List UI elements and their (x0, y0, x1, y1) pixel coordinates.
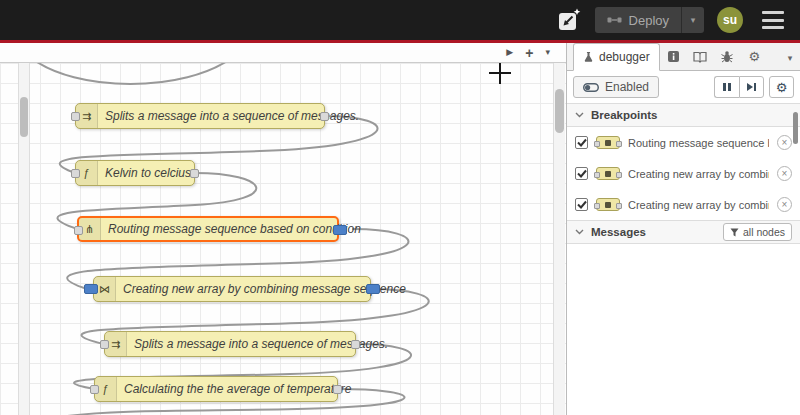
workspace: ▶ + ▾ ⇉ (0, 43, 566, 415)
debugger-toolbar: Enabled (567, 71, 800, 103)
breakpoint-row[interactable]: Creating new array by combini × (567, 158, 800, 189)
flow-tab-bar: ▶ + ▾ (0, 43, 566, 63)
gear-icon: ⚙ (776, 81, 788, 94)
messages-section-header[interactable]: Messages all nodes (567, 220, 800, 244)
tab-debugger[interactable]: debugger (573, 43, 660, 71)
toggle-icon (583, 83, 599, 92)
app-header: Deploy ▾ su (0, 0, 800, 40)
debugger-settings-button[interactable]: ⚙ (769, 76, 794, 98)
node-icon (596, 198, 620, 211)
enabled-toggle-button[interactable]: Enabled (573, 76, 659, 98)
menu-icon[interactable] (762, 11, 784, 29)
flow-node-join[interactable]: ⋈ Creating new array by combining messag… (93, 276, 371, 302)
breakpoint-label: Creating new array by combini (628, 168, 769, 180)
node-red-window: Deploy ▾ su ▶ + ▾ (0, 0, 800, 415)
sidebar-scrollbar-thumb[interactable] (793, 112, 798, 144)
gear-icon: ⚙ (748, 50, 760, 63)
tab-debugger-label: debugger (599, 50, 650, 64)
chevron-down-icon (575, 112, 584, 118)
output-port[interactable] (190, 169, 199, 178)
sidebar-tab-bar: debugger (567, 43, 800, 71)
messages-empty-area (567, 244, 800, 389)
chevron-down-icon (575, 229, 584, 235)
deploy-icon (607, 14, 622, 26)
add-flow-icon[interactable]: + (525, 46, 533, 60)
breakpoint-label: Creating new array by combini (628, 199, 769, 211)
flow-node-split-2[interactable]: ⇉ Splits a message into a sequence of me… (104, 331, 356, 357)
close-icon: × (782, 168, 788, 179)
avatar-initials: su (723, 13, 737, 27)
paused-output-port[interactable] (366, 284, 380, 294)
deploy-button[interactable]: Deploy ▾ (595, 7, 704, 33)
node-label: Creating new array by combining message … (123, 282, 406, 296)
sidebar: debugger (566, 43, 800, 415)
left-scrollbar-thumb[interactable] (20, 97, 28, 137)
paused-output-port[interactable] (333, 225, 347, 235)
pause-button[interactable] (714, 76, 739, 98)
breakpoint-checkbox[interactable] (575, 198, 588, 211)
breakpoint-label: Routing message sequence ba (628, 137, 769, 149)
deploy-main[interactable]: Deploy (595, 7, 681, 33)
node-label: Kelvin to celcius (105, 166, 191, 180)
node-icon (596, 167, 620, 180)
chevron-down-icon: ▾ (691, 15, 696, 25)
step-button[interactable] (739, 76, 764, 98)
close-icon: × (782, 199, 788, 210)
close-icon: × (782, 137, 788, 148)
info-icon (667, 50, 680, 63)
remove-breakpoint-button[interactable]: × (777, 135, 792, 150)
main-area: ▶ + ▾ ⇉ (0, 43, 800, 415)
breakpoints-title: Breakpoints (591, 109, 657, 121)
flow-node-kelvin[interactable]: ƒ Kelvin to celcius (75, 160, 195, 186)
node-label: Routing message sequence based on condit… (108, 222, 361, 236)
flow-list-icon[interactable]: ▾ (545, 48, 550, 57)
paused-input-port[interactable] (84, 284, 98, 294)
breakpoint-row[interactable]: Routing message sequence ba × (567, 127, 800, 158)
input-port[interactable] (74, 226, 83, 235)
flow-node-split-1[interactable]: ⇉ Splits a message into a sequence of me… (75, 103, 325, 129)
messages-title: Messages (591, 226, 646, 238)
flask-icon (583, 51, 594, 63)
flow-node-average[interactable]: ƒ Calculating the the average of tempera… (94, 376, 338, 402)
breakpoint-row[interactable]: Creating new array by combini × (567, 189, 800, 220)
bug-icon (721, 50, 733, 63)
book-icon (693, 51, 707, 63)
tab-help[interactable] (687, 43, 714, 70)
user-avatar[interactable]: su (717, 7, 743, 33)
tab-config[interactable]: ⚙ (741, 43, 768, 70)
deploy-options-button[interactable]: ▾ (682, 15, 704, 25)
output-port[interactable] (351, 340, 360, 349)
tab-debug-messages[interactable] (714, 43, 741, 70)
message-filter-button[interactable]: all nodes (723, 223, 792, 241)
funnel-icon (730, 228, 739, 237)
sidebar-more-tabs-icon[interactable]: ▾ (780, 53, 800, 70)
breakpoint-checkbox[interactable] (575, 136, 588, 149)
input-port[interactable] (71, 169, 80, 178)
debugger-panel: Breakpoints Routing message sequence ba … (567, 103, 800, 415)
flow-canvas[interactable]: ⇉ Splits a message into a sequence of me… (0, 63, 566, 415)
breakpoints-section-header[interactable]: Breakpoints (567, 103, 800, 127)
breakpoint-checkbox[interactable] (575, 167, 588, 180)
input-port[interactable] (90, 385, 99, 394)
flow-node-routing[interactable]: ⋔ Routing message sequence based on cond… (77, 216, 339, 242)
node-icon (596, 136, 620, 149)
deploy-label: Deploy (629, 13, 669, 28)
left-scrollbar[interactable] (18, 63, 30, 415)
remove-breakpoint-button[interactable]: × (777, 166, 792, 181)
input-port[interactable] (71, 112, 80, 121)
input-port[interactable] (100, 340, 109, 349)
canvas-scrollbar-thumb[interactable] (555, 89, 564, 133)
canvas-scrollbar[interactable] (553, 63, 565, 415)
export-icon[interactable] (556, 7, 582, 33)
output-port[interactable] (320, 112, 329, 121)
node-label: Calculating the the average of temperatu… (124, 382, 351, 396)
remove-breakpoint-button[interactable]: × (777, 197, 792, 212)
filter-label: all nodes (743, 226, 785, 238)
step-icon (746, 82, 757, 92)
tab-info[interactable] (660, 43, 687, 70)
enabled-label: Enabled (605, 80, 649, 94)
output-port[interactable] (333, 385, 342, 394)
scroll-tabs-right-icon[interactable]: ▶ (506, 48, 513, 57)
pause-icon (722, 82, 732, 92)
wire (30, 63, 233, 84)
